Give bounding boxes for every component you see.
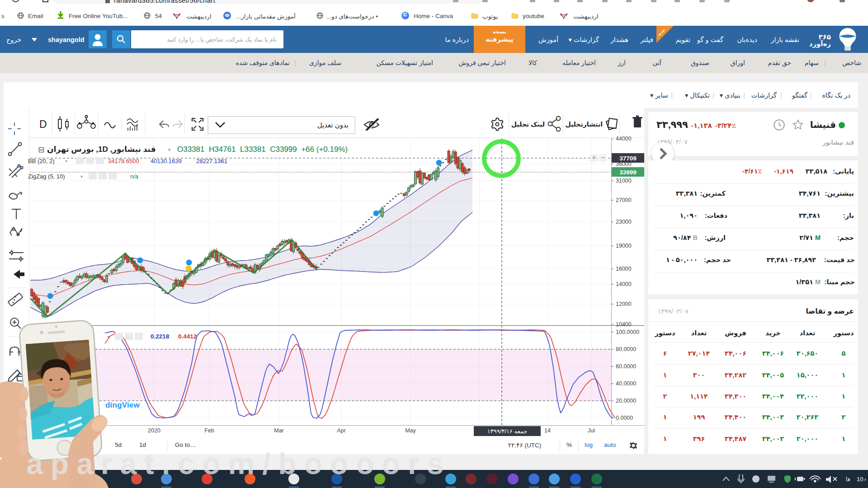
svg-text:Jul: Jul bbox=[588, 427, 595, 434]
svg-text:60.0000: 60.0000 bbox=[616, 363, 636, 370]
svg-text:14000: 14000 bbox=[616, 281, 632, 287]
svg-text:80.0000: 80.0000 bbox=[616, 346, 636, 352]
svg-text:10400: 10400 bbox=[616, 321, 632, 328]
svg-text:33999: 33999 bbox=[619, 169, 637, 176]
svg-text:14: 14 bbox=[544, 427, 551, 434]
svg-text:19000: 19000 bbox=[616, 243, 632, 249]
svg-text:23000: 23000 bbox=[616, 219, 632, 225]
svg-text:44000: 44000 bbox=[616, 136, 632, 142]
svg-text:12000: 12000 bbox=[616, 301, 632, 307]
svg-text:جمعه ۱۳۹۹/۳/۱۶: جمعه ۱۳۹۹/۳/۱۶ bbox=[487, 428, 528, 435]
svg-text:فا: فا bbox=[846, 476, 850, 483]
svg-text:Mar: Mar bbox=[274, 427, 284, 434]
svg-text:Apr: Apr bbox=[337, 427, 345, 434]
svg-text:May: May bbox=[405, 427, 416, 434]
svg-text:20.0000: 20.0000 bbox=[616, 398, 636, 404]
svg-text:Feb: Feb bbox=[204, 427, 214, 434]
svg-text:40.0000: 40.0000 bbox=[616, 380, 636, 387]
svg-text:10:4: 10:4 bbox=[857, 476, 866, 483]
svg-text:0.0000: 0.0000 bbox=[616, 415, 633, 421]
svg-text:37709: 37709 bbox=[619, 155, 637, 162]
svg-text:16000: 16000 bbox=[616, 266, 632, 272]
svg-text:100.0000: 100.0000 bbox=[616, 329, 639, 335]
svg-text:2020: 2020 bbox=[148, 427, 160, 434]
svg-text:27000: 27000 bbox=[616, 197, 632, 203]
svg-text:31000: 31000 bbox=[616, 178, 632, 184]
